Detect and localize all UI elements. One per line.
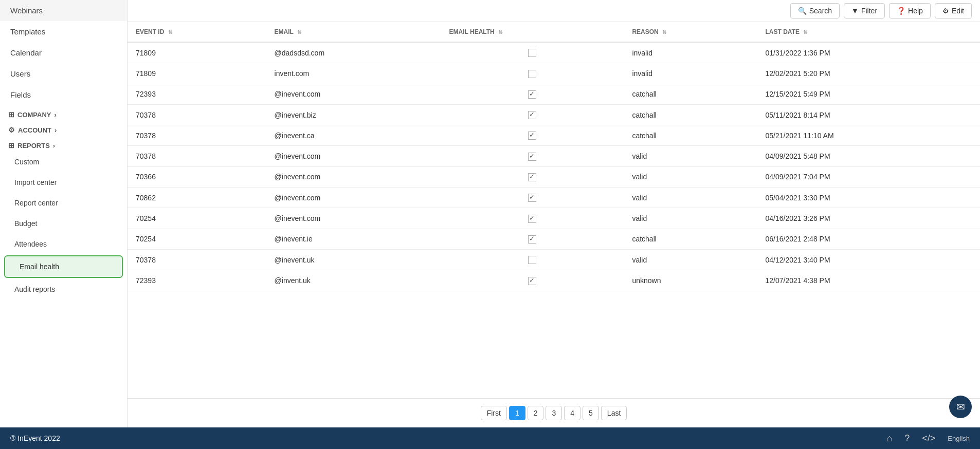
filter-button[interactable]: ▼ Filter — [844, 3, 885, 18]
sidebar-item-audit-reports[interactable]: Audit reports — [0, 279, 127, 300]
cell-last-date: 04/12/2021 3:40 PM — [757, 249, 980, 270]
table-row: 70378@inevent.ukvalid04/12/2021 3:40 PM — [128, 249, 980, 270]
email-health-checkbox[interactable] — [528, 173, 536, 181]
cell-email-health — [441, 229, 624, 249]
page-3-button[interactable]: 3 — [546, 406, 562, 420]
sidebar-item-fields[interactable]: Fields — [0, 84, 127, 105]
col-event-id[interactable]: EVENT ID ⇅ — [128, 22, 266, 42]
col-email[interactable]: EMAIL ⇅ — [266, 22, 441, 42]
cell-email: @inevent.uk — [266, 249, 441, 270]
table-row: 70366@inevent.comvalid04/09/2021 7:04 PM — [128, 166, 980, 187]
email-health-checkbox[interactable] — [528, 194, 536, 202]
cell-last-date: 01/31/2022 1:36 PM — [757, 42, 980, 63]
gear-icon: ⚙ — [942, 7, 949, 15]
language-selector[interactable]: English — [948, 435, 970, 442]
email-health-checkbox[interactable] — [528, 49, 536, 57]
cell-email: @inevent.biz — [266, 104, 441, 125]
sidebar-item-email-health[interactable]: Email health — [4, 255, 123, 278]
email-health-checkbox[interactable] — [528, 235, 536, 244]
cell-reason: catchall — [624, 229, 757, 249]
cell-reason: unknown — [624, 270, 757, 291]
col-reason[interactable]: REASON ⇅ — [624, 22, 757, 42]
cell-reason: valid — [624, 166, 757, 187]
sort-icon: ⇅ — [498, 29, 502, 35]
sidebar-item-budget[interactable]: Budget — [0, 213, 127, 234]
table-row: 70254@inevent.comvalid04/16/2021 3:26 PM — [128, 208, 980, 229]
email-health-checkbox[interactable] — [528, 256, 536, 264]
cell-reason: valid — [624, 208, 757, 229]
footer: ® InEvent 2022 ⌂ ? </> English — [0, 427, 980, 449]
page-last-button[interactable]: Last — [601, 406, 627, 420]
sidebar-item-calendar[interactable]: Calendar — [0, 42, 127, 63]
table-row: 72393@invent.ukunknown12/07/2021 4:38 PM — [128, 270, 980, 291]
page-5-button[interactable]: 5 — [583, 406, 599, 420]
cell-email: @inevent.com — [266, 146, 441, 166]
help-button[interactable]: ❓ Help — [889, 3, 931, 18]
sidebar-section-company[interactable]: ⊞ COMPANY › — [0, 105, 127, 121]
cell-last-date: 06/16/2021 2:48 PM — [757, 229, 980, 249]
email-health-checkbox[interactable] — [528, 111, 536, 119]
cell-reason: valid — [624, 249, 757, 270]
cell-email: @dadsdsd.com — [266, 42, 441, 63]
toolbar: 🔍 Search ▼ Filter ❓ Help ⚙ Edit — [128, 0, 980, 22]
table-row: 72393@inevent.comcatchall12/15/2021 5:49… — [128, 84, 980, 104]
code-icon[interactable]: </> — [922, 433, 935, 444]
edit-button[interactable]: ⚙ Edit — [935, 3, 972, 18]
table-row: 70254@inevent.iecatchall06/16/2021 2:48 … — [128, 229, 980, 249]
cell-event-id: 70366 — [128, 166, 266, 187]
cell-last-date: 05/04/2021 3:30 PM — [757, 188, 980, 208]
email-health-table: EVENT ID ⇅ EMAIL ⇅ EMAIL HEALTH ⇅ REAS — [128, 22, 980, 291]
chevron-right-icon: › — [53, 142, 55, 149]
sort-icon: ⇅ — [803, 29, 807, 35]
sidebar-item-users[interactable]: Users — [0, 63, 127, 84]
cell-email: @inevent.com — [266, 84, 441, 104]
cell-email: invent.com — [266, 63, 441, 84]
cell-last-date: 04/16/2021 3:26 PM — [757, 208, 980, 229]
email-health-checkbox[interactable] — [528, 132, 536, 140]
col-last-date[interactable]: LAST DATE ⇅ — [757, 22, 980, 42]
search-button[interactable]: 🔍 Search — [790, 3, 840, 18]
cell-event-id: 70378 — [128, 146, 266, 166]
footer-icons: ⌂ ? </> English — [886, 433, 970, 444]
email-health-checkbox[interactable] — [528, 153, 536, 161]
home-icon[interactable]: ⌂ — [886, 433, 892, 444]
sidebar-item-custom[interactable]: Custom — [0, 152, 127, 172]
cell-event-id: 71809 — [128, 63, 266, 84]
cell-reason: invalid — [624, 63, 757, 84]
sort-icon: ⇅ — [662, 29, 666, 35]
col-email-health[interactable]: EMAIL HEALTH ⇅ — [441, 22, 624, 42]
sidebar-item-templates[interactable]: Templates — [0, 21, 127, 42]
question-icon[interactable]: ? — [904, 433, 910, 444]
cell-email: @inevent.com — [266, 188, 441, 208]
sidebar-section-reports[interactable]: ⊞ REPORTS › — [0, 136, 127, 152]
page-first-button[interactable]: First — [481, 406, 507, 420]
cell-event-id: 70378 — [128, 104, 266, 125]
cell-last-date: 05/11/2021 8:14 PM — [757, 104, 980, 125]
cell-email-health — [441, 249, 624, 270]
table-row: 70378@inevent.cacatchall05/21/2021 11:10… — [128, 125, 980, 146]
email-health-checkbox[interactable] — [528, 215, 536, 223]
cell-event-id: 70378 — [128, 125, 266, 146]
sidebar-item-webinars[interactable]: Webinars — [0, 0, 127, 21]
email-health-checkbox[interactable] — [528, 70, 536, 78]
cell-event-id: 70254 — [128, 229, 266, 249]
page-2-button[interactable]: 2 — [528, 406, 544, 420]
sidebar-section-account[interactable]: ⚙ ACCOUNT › — [0, 121, 127, 136]
page-1-button[interactable]: 1 — [509, 406, 525, 420]
table-row: 71809@dadsdsd.cominvalid01/31/2022 1:36 … — [128, 42, 980, 63]
pagination: First 1 2 3 4 5 Last — [128, 398, 980, 427]
cell-email-health — [441, 270, 624, 291]
sidebar-item-report-center[interactable]: Report center — [0, 193, 127, 213]
cell-event-id: 72393 — [128, 84, 266, 104]
sidebar-item-import-center[interactable]: Import center — [0, 172, 127, 193]
sidebar-item-attendees[interactable]: Attendees — [0, 234, 127, 254]
chat-bubble[interactable]: ✉ — [949, 396, 972, 418]
help-icon: ❓ — [897, 7, 905, 15]
cell-last-date: 05/21/2021 11:10 AM — [757, 125, 980, 146]
email-health-checkbox[interactable] — [528, 90, 536, 99]
cell-reason: valid — [624, 188, 757, 208]
page-4-button[interactable]: 4 — [564, 406, 580, 420]
search-icon: 🔍 — [798, 7, 807, 15]
email-health-checkbox[interactable] — [528, 277, 536, 285]
cell-reason: invalid — [624, 42, 757, 63]
